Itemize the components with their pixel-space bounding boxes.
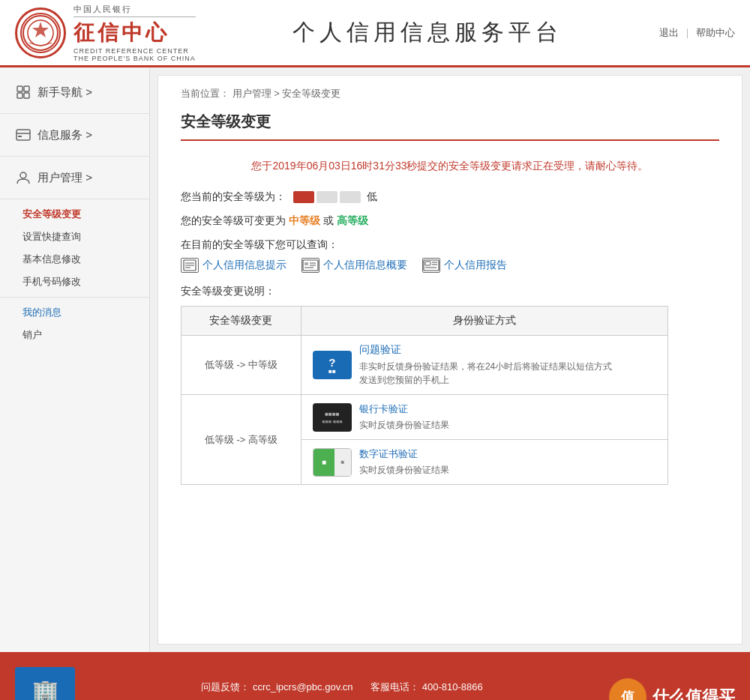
table-cell-method3: ■ ■ 数字证书验证 实时反馈身份验证结果	[301, 440, 668, 485]
sidebar: 新手导航 > 信息服务 > 用户管理 > 安全等级变更 设置快捷查询 基本信息修…	[0, 67, 150, 652]
divider: ｜	[682, 26, 692, 40]
can-change-label: 您的安全等级可变更为	[181, 214, 286, 226]
footer-brand-icon: 值	[609, 678, 646, 700]
level-bar	[293, 191, 361, 203]
sidebar-sub-quickquery-label: 设置快捷查询	[22, 231, 81, 242]
logo-right: 中国人民银行 征信中心 CREDIT REFERENCE CENTERTHE P…	[74, 4, 196, 62]
sidebar-divider-1	[0, 113, 149, 114]
can-change-row: 您的安全等级可变更为 中等级 或 高等级	[181, 214, 719, 228]
logo-inner	[20, 13, 61, 53]
level-seg-1	[293, 191, 314, 203]
sidebar-label-usermgr: 用户管理 >	[38, 171, 92, 185]
sidebar-sub-basicinfo-label: 基本信息修改	[22, 253, 81, 265]
report-icon	[422, 258, 440, 273]
table-cell-method2: ■■■■ ■■■ ■■■ 银行卡验证 实时反馈身份验证结果	[301, 395, 668, 440]
level-bar-container: 低	[293, 190, 377, 204]
explanation-title: 安全等级变更说明：	[181, 285, 719, 298]
sidebar-sub-quickquery[interactable]: 设置快捷查询	[0, 226, 149, 248]
current-level-label: 您当前的安全等级为：	[181, 190, 286, 204]
table-header-change: 安全等级变更	[182, 307, 302, 336]
user-icon	[15, 169, 32, 186]
card-icon	[15, 127, 32, 143]
sidebar-divider-3	[0, 199, 149, 199]
footer-phone-label: 客服电话：	[370, 681, 419, 693]
content-area: 当前位置： 用户管理 > 安全等级变更 安全等级变更 您于2019年06月03日…	[158, 75, 742, 645]
breadcrumb-usermgr[interactable]: 用户管理	[232, 88, 272, 99]
method-name-bank: 银行卡验证	[359, 403, 408, 414]
sidebar-sub-basicinfo[interactable]: 基本信息修改	[0, 248, 149, 271]
svg-rect-21	[425, 262, 430, 265]
footer-brand-text: 什么值得买	[652, 686, 735, 700]
method-name-question: 问题验证	[359, 343, 401, 357]
table-cell-level2: 低等级 -> 高等级	[182, 395, 302, 485]
logo-en-text: CREDIT REFERENCE CENTERTHE PEOPLE'S BANK…	[74, 47, 196, 62]
sidebar-sub-phone-label: 手机号码修改	[22, 276, 81, 287]
svg-rect-5	[17, 93, 22, 98]
verify-result-cert: 实时反馈身份验证结果	[359, 464, 449, 477]
sidebar-divider-2	[0, 156, 149, 157]
can-change-high: 高等级	[337, 214, 368, 226]
sidebar-label-info: 信息服务 >	[38, 128, 92, 142]
svg-rect-6	[24, 93, 29, 98]
table-row: 低等级 -> 高等级 ■■■■ ■■■ ■■■ 银行卡验证 实	[182, 395, 668, 440]
bank-card-icon: ■■■■ ■■■ ■■■	[313, 403, 352, 432]
main-container: 新手导航 > 信息服务 > 用户管理 > 安全等级变更 设置快捷查询 基本信息修…	[0, 67, 750, 652]
footer-right: 值 什么值得买	[609, 678, 735, 700]
logo-main-text: 征信中心	[74, 19, 196, 47]
question-verify-icon: ? ■■	[313, 351, 352, 379]
breadcrumb-current: 当前位置：	[181, 88, 230, 99]
sidebar-sub-security[interactable]: 安全等级变更	[0, 203, 149, 226]
sidebar-sub-messages-label: 我的消息	[22, 307, 62, 318]
svg-rect-7	[16, 130, 30, 140]
can-change-mid: 中等级	[289, 214, 320, 226]
level-text: 低	[367, 190, 377, 204]
table-row: 低等级 -> 中等级 ? ■■ 问题验证 非实时反馈身份验证结	[182, 336, 668, 395]
query-link-report[interactable]: 个人信用报告	[422, 258, 507, 273]
breadcrumb: 当前位置： 用户管理 > 安全等级变更	[181, 87, 719, 100]
header-links: 退出 ｜ 帮助中心	[659, 26, 735, 40]
query-available-section: 在目前的安全等级下您可以查询： 个人信用信息提示 个人信用信息概要	[181, 238, 719, 273]
sidebar-label-guide: 新手导航 >	[38, 85, 92, 100]
svg-marker-2	[32, 22, 49, 37]
footer: 🏢 事业单位 问题反馈： ccrc_ipcrs@pbc.gov.cn 客服电话：…	[0, 652, 750, 700]
verify-method-bank: 银行卡验证	[359, 402, 449, 416]
sidebar-sub-close[interactable]: 销户	[0, 324, 149, 346]
breadcrumb-sep: >	[274, 88, 282, 99]
query-link-summary[interactable]: 个人信用信息概要	[302, 258, 407, 273]
svg-rect-9	[18, 136, 22, 137]
help-link[interactable]: 帮助中心	[696, 26, 735, 40]
verify-method-cert: 数字证书验证	[359, 447, 449, 461]
breadcrumb-security: 安全等级变更	[282, 88, 340, 99]
logo-area: 中国人民银行 征信中心 CREDIT REFERENCE CENTERTHE P…	[15, 4, 196, 62]
doc-icon	[181, 258, 199, 273]
verify-result-question: 非实时反馈身份验证结果，将在24小时后将验证结果以短信方式发送到您预留的手机上	[359, 360, 614, 387]
query-link-hint[interactable]: 个人信用信息提示	[181, 258, 286, 273]
sidebar-sub-security-label: 安全等级变更	[22, 208, 81, 220]
footer-center: 问题反馈： ccrc_ipcrs@pbc.gov.cn 客服电话： 400-81…	[178, 678, 506, 700]
table-cell-level1: 低等级 -> 中等级	[182, 336, 302, 395]
page-title: 安全等级变更	[181, 112, 719, 141]
svg-point-10	[20, 172, 26, 178]
current-level-row: 您当前的安全等级为： 低	[181, 190, 719, 204]
sidebar-item-guide[interactable]: 新手导航 >	[0, 75, 149, 109]
svg-rect-3	[17, 86, 22, 91]
query-label: 在目前的安全等级下您可以查询：	[181, 238, 338, 250]
explanation-table: 安全等级变更 身份验证方式 低等级 -> 中等级 ? ■■	[181, 306, 668, 485]
cert-icon: ■ ■	[313, 448, 352, 477]
query-report-label: 个人信用报告	[444, 259, 507, 272]
footer-contact-label: 问题反馈：	[201, 681, 250, 693]
bank-name: 中国人民银行	[74, 4, 196, 17]
sidebar-sub-phone[interactable]: 手机号码修改	[0, 271, 149, 293]
footer-contact-line: 问题反馈： ccrc_ipcrs@pbc.gov.cn 客服电话： 400-81…	[178, 678, 506, 697]
header: 中国人民银行 征信中心 CREDIT REFERENCE CENTERTHE P…	[0, 0, 750, 67]
logout-link[interactable]: 退出	[659, 26, 679, 40]
card-doc-icon	[302, 258, 320, 273]
sidebar-sub-messages[interactable]: 我的消息	[0, 301, 149, 324]
svg-rect-16	[304, 262, 308, 265]
table-cell-method1: ? ■■ 问题验证 非实时反馈身份验证结果，将在24小时后将验证结果以短信方式发…	[301, 336, 668, 395]
logo-seal-icon	[22, 14, 59, 52]
sidebar-item-usermgr[interactable]: 用户管理 >	[0, 160, 149, 195]
query-hint-label: 个人信用信息提示	[202, 259, 286, 272]
sidebar-sub-close-label: 销户	[22, 329, 42, 340]
sidebar-item-info[interactable]: 信息服务 >	[0, 118, 149, 152]
